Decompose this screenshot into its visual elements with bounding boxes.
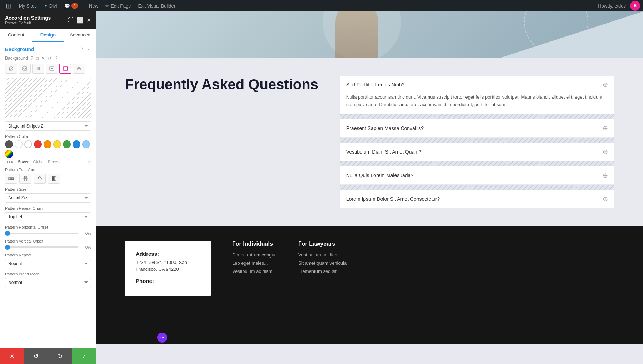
bg-more-icon[interactable]: ⋮ (54, 56, 59, 61)
color-swatch-white[interactable] (15, 140, 23, 148)
tab-design[interactable]: Design (32, 29, 64, 42)
svg-point-3 (23, 68, 24, 69)
bg-reset-icon[interactable]: ↺ (48, 56, 51, 61)
color-tab-global[interactable]: Global (33, 160, 44, 165)
transform-invert[interactable] (48, 174, 60, 184)
close-icon[interactable]: ✕ (86, 17, 91, 24)
color-swatch-green[interactable] (63, 140, 71, 148)
hero-section (96, 11, 643, 58)
svg-rect-23 (54, 176, 56, 181)
color-swatch-yellow[interactable] (53, 140, 61, 148)
redo-button[interactable]: ↻ (48, 348, 72, 364)
tab-advanced[interactable]: Advanced (64, 29, 96, 42)
color-swatch-red[interactable] (34, 140, 42, 148)
save-button[interactable]: ✓ (72, 348, 96, 364)
color-swatch-bluelight[interactable] (82, 140, 90, 148)
howdy-text: Howdy, etdev (595, 3, 629, 9)
color-swatch-orange[interactable] (44, 140, 51, 148)
bg-type-video[interactable] (46, 64, 58, 74)
color-swatch-transparent[interactable] (24, 140, 32, 148)
undo-button[interactable]: ↺ (24, 348, 48, 364)
address-value: 1234 Divi St. #1000, San Francisco, CA 9… (136, 259, 200, 273)
fullscreen-icon[interactable]: ⛶ (68, 17, 74, 23)
bg-cursor-icon[interactable]: ↖ (41, 56, 45, 61)
color-ellipsis-button[interactable] (5, 160, 14, 165)
admin-bar: ⊞ My Sites ✦ Divi 💬 0 + New ✏ Edit Page … (0, 0, 643, 11)
faq-section: Frequently Asked Questions Sed Porttitor… (96, 58, 643, 226)
pattern-v-offset-slider[interactable] (5, 246, 78, 248)
new-button[interactable]: + New (82, 0, 101, 11)
tab-content[interactable]: Content (0, 29, 32, 42)
comment-button[interactable]: 💬 0 (61, 0, 81, 11)
exit-vb-label: Exit Visual Builder (138, 3, 176, 9)
bg-help-icon[interactable]: ? (31, 56, 33, 61)
svg-rect-16 (9, 178, 11, 180)
divi-button[interactable]: ✦ Divi (41, 0, 60, 11)
faq-item-header-0[interactable]: Sed Porttitor Lectus Nibh? ⊕ (340, 76, 614, 94)
panel-subtitle: Preset: Default (5, 21, 51, 25)
color-swatch-custom[interactable] (5, 150, 13, 158)
panel-footer: ✕ ↺ ↻ ✓ (0, 348, 96, 364)
color-tab-saved[interactable]: Saved (18, 160, 29, 165)
wp-logo-button[interactable]: ⊞ (3, 0, 15, 11)
faq-item-2: Vestibulum Diam Sit Amet Quam? ⊕ (340, 143, 614, 161)
faq-toggle-3[interactable]: ⊕ (603, 171, 608, 179)
bg-type-pattern[interactable] (59, 64, 71, 74)
faq-question-4: Lorem Ipsum Dolor Sit Amet Consectetur? (346, 196, 440, 202)
bg-type-none[interactable] (5, 64, 17, 74)
color-tab-recent[interactable]: Recent (48, 160, 60, 165)
faq-stripe-1 (340, 138, 614, 143)
floating-badge[interactable]: ··· (157, 333, 167, 343)
dark-section-content: Address: 1234 Divi St. #1000, San Franci… (125, 241, 614, 296)
cancel-button[interactable]: ✕ (0, 348, 24, 364)
svg-rect-4 (36, 67, 40, 70)
pattern-v-offset-field: Pattern Vertical Offset 0% (5, 239, 91, 249)
divi-label: Divi (49, 3, 57, 9)
faq-question-3: Nulla Quis Lorem Malesuada? (346, 173, 413, 178)
pattern-blend-select[interactable]: Normal (5, 278, 91, 287)
color-swatch-blue[interactable] (73, 140, 80, 148)
bg-type-mask[interactable] (73, 64, 85, 74)
pattern-name-select[interactable]: Diagonal Stripes 2 (5, 121, 91, 131)
my-sites-label: My Sites (19, 3, 37, 9)
faq-toggle-1[interactable]: ⊕ (603, 124, 608, 132)
expand-icon[interactable]: ⌃ (80, 46, 84, 52)
edit-page-button[interactable]: ✏ Edit Page (103, 0, 134, 11)
user-avatar[interactable]: E (630, 1, 640, 11)
transform-flip-h[interactable] (5, 174, 17, 184)
bg-type-image[interactable] (19, 64, 31, 74)
faq-toggle-4[interactable]: ⊕ (603, 195, 608, 203)
faq-item-header-2[interactable]: Vestibulum Diam Sit Amet Quam? ⊕ (340, 143, 614, 161)
transform-rotate[interactable] (34, 174, 46, 184)
color-swatch-darkgray[interactable] (5, 140, 13, 148)
pattern-h-offset-slider[interactable] (5, 233, 78, 234)
hero-triangle (500, 11, 643, 58)
bg-type-gradient[interactable] (32, 64, 44, 74)
footer-col-0: For Individuals Donec rutrum congue Leo … (232, 241, 277, 296)
pattern-repeat-origin-label: Pattern Repeat Origin (5, 206, 91, 210)
bg-mobile-icon[interactable]: □ (36, 56, 39, 61)
pattern-repeat-origin-select[interactable]: Top Left (5, 212, 91, 221)
wp-logo-icon: ⊞ (6, 1, 12, 10)
svg-point-15 (78, 68, 80, 69)
pattern-size-select[interactable]: Actual Size (5, 193, 91, 203)
faq-item-header-3[interactable]: Nulla Quis Lorem Malesuada? ⊕ (340, 166, 614, 184)
pattern-repeat-select[interactable]: Repeat (5, 259, 91, 268)
faq-toggle-2[interactable]: ⊕ (603, 148, 608, 156)
pattern-v-offset-label: Pattern Vertical Offset (5, 239, 91, 243)
background-section-title: Background (5, 46, 34, 52)
faq-item-1: Praesent Sapien Massa Convallis? ⊕ (340, 119, 614, 137)
color-reset-button[interactable]: ↺ (88, 160, 91, 165)
split-icon[interactable]: ⬜ (76, 17, 84, 24)
faq-item-header-4[interactable]: Lorem Ipsum Dolor Sit Amet Consectetur? … (340, 190, 614, 208)
faq-item-header-1[interactable]: Praesent Sapien Massa Convallis? ⊕ (340, 119, 614, 137)
pattern-repeat-label: Pattern Repeat (5, 253, 91, 257)
faq-toggle-0[interactable]: ⊕ (603, 81, 608, 89)
panel-title: Accordion Settings (5, 15, 51, 21)
transform-flip-v[interactable] (19, 174, 31, 184)
more-options-icon[interactable]: ⋮ (86, 46, 91, 52)
footer-col-item-1-0: Vestibulum ac diam (298, 252, 347, 258)
edit-icon: ✏ (105, 3, 109, 9)
exit-visual-builder-button[interactable]: Exit Visual Builder (135, 0, 179, 11)
my-sites-button[interactable]: My Sites (16, 0, 40, 11)
